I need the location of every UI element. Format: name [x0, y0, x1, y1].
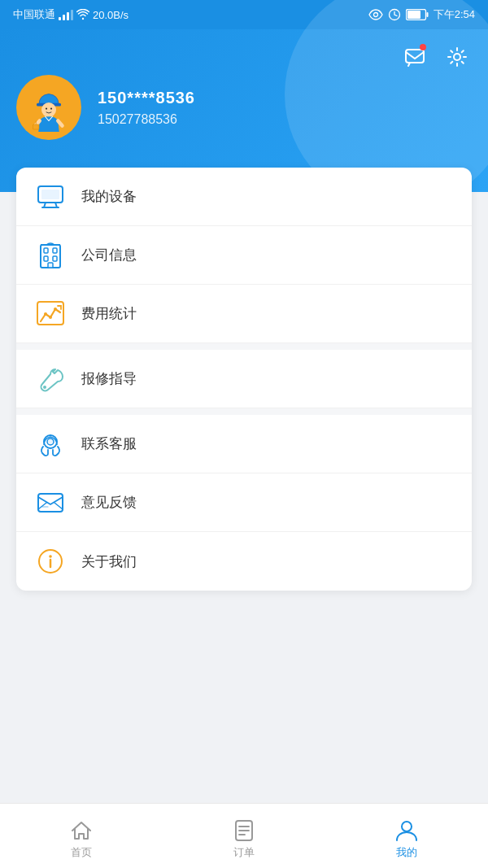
user-info: 150****8536 15027788536: [98, 89, 195, 127]
nav-item-orders[interactable]: 订单: [163, 813, 325, 860]
svg-point-0: [82, 18, 84, 20]
person-icon: [395, 819, 418, 842]
menu-card: 我的设备 公司信息: [16, 168, 472, 591]
wifi-icon: [76, 9, 89, 20]
profile-section: 150****8536 15027788536: [16, 75, 195, 140]
svg-point-11: [50, 107, 52, 109]
avatar: [16, 75, 81, 140]
menu-item-cost-stats[interactable]: 费用统计: [16, 285, 472, 343]
menu-item-feedback[interactable]: 意见反馈: [16, 473, 472, 532]
svg-point-29: [54, 308, 57, 311]
menu-label-company-info: 公司信息: [81, 246, 137, 264]
svg-point-9: [41, 103, 56, 117]
menu-item-contact-service[interactable]: 联系客服: [16, 415, 472, 473]
settings-button[interactable]: [442, 42, 472, 72]
phone-masked: 150****8536: [98, 89, 195, 107]
speed-label: 20.0B/s: [93, 9, 129, 21]
menu-divider-1: [16, 343, 472, 350]
status-left: 中国联通 20.0B/s: [13, 7, 129, 22]
svg-rect-22: [44, 256, 48, 261]
svg-rect-18: [41, 190, 59, 199]
svg-point-28: [49, 316, 52, 319]
phone-full: 15027788536: [98, 112, 195, 127]
nav-label-orders: 订单: [233, 845, 255, 860]
menu-label-feedback: 意见反馈: [81, 493, 137, 512]
svg-rect-12: [33, 124, 40, 129]
wrench-icon: [36, 364, 65, 394]
notification-badge: [420, 44, 426, 50]
message-button[interactable]: [400, 42, 429, 72]
building-icon: [36, 241, 65, 270]
nav-label-home: 首页: [71, 845, 92, 860]
nav-item-home[interactable]: 首页: [0, 813, 163, 860]
svg-point-30: [43, 386, 46, 389]
orders-icon: [233, 819, 255, 842]
svg-point-32: [47, 438, 54, 445]
menu-label-contact-service: 联系客服: [81, 434, 137, 453]
menu-item-company-info[interactable]: 公司信息: [16, 226, 472, 285]
carrier-label: 中国联通: [13, 7, 55, 22]
menu-label-about-us: 关于我们: [81, 552, 137, 571]
menu-label-my-devices: 我的设备: [81, 187, 137, 206]
svg-point-10: [46, 107, 47, 109]
signal-icon: [59, 9, 73, 20]
monitor-icon: [36, 182, 65, 212]
menu-label-cost-stats: 费用统计: [81, 304, 137, 323]
svg-rect-21: [53, 248, 57, 253]
chart-icon: [36, 299, 65, 329]
bottom-nav: 首页 订单 我的: [0, 803, 488, 868]
svg-rect-24: [48, 263, 53, 268]
svg-point-36: [49, 555, 52, 558]
home-icon: [70, 819, 93, 842]
menu-item-my-devices[interactable]: 我的设备: [16, 168, 472, 226]
svg-point-42: [402, 822, 412, 831]
menu-item-repair-guide[interactable]: 报修指导: [16, 350, 472, 408]
mail-icon: [36, 488, 65, 517]
menu-label-repair-guide: 报修指导: [81, 369, 137, 388]
svg-rect-20: [44, 248, 48, 253]
svg-rect-33: [38, 494, 63, 512]
info-icon: [36, 547, 65, 576]
svg-rect-23: [53, 256, 57, 261]
header-icons: [400, 42, 472, 72]
menu-divider-2: [16, 408, 472, 415]
nav-label-mine: 我的: [396, 845, 417, 860]
nav-item-mine[interactable]: 我的: [325, 813, 488, 860]
svg-point-7: [454, 54, 460, 60]
menu-item-about-us[interactable]: 关于我们: [16, 532, 472, 591]
svg-rect-6: [406, 50, 424, 63]
svg-point-27: [44, 312, 47, 316]
headset-icon: [36, 430, 65, 459]
